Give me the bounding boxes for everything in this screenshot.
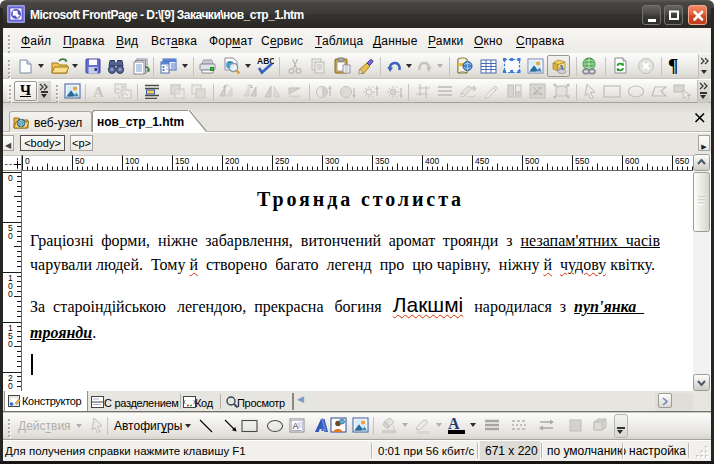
svg-text:0: 0 [8, 173, 13, 183]
svg-text:0: 0 [8, 289, 13, 299]
svg-text:A: A [93, 84, 104, 99]
svg-text:A: A [316, 421, 324, 433]
svg-text:400: 400 [425, 156, 439, 166]
svg-text:250: 250 [275, 156, 289, 166]
svg-text:0: 0 [8, 339, 13, 349]
svg-text:450: 450 [475, 156, 489, 166]
svg-text:300: 300 [325, 156, 339, 166]
svg-text:500: 500 [525, 156, 539, 166]
svg-text:650: 650 [675, 156, 689, 166]
svg-text:150: 150 [175, 156, 189, 166]
svg-text:550: 550 [575, 156, 589, 166]
svg-text:600: 600 [625, 156, 639, 166]
svg-text:200: 200 [225, 156, 239, 166]
svg-text:0: 0 [8, 231, 13, 241]
svg-text:50: 50 [75, 156, 85, 166]
svg-text:100: 100 [125, 156, 139, 166]
svg-text:350: 350 [375, 156, 389, 166]
svg-text:0: 0 [25, 156, 30, 166]
svg-text:A: A [293, 421, 299, 431]
